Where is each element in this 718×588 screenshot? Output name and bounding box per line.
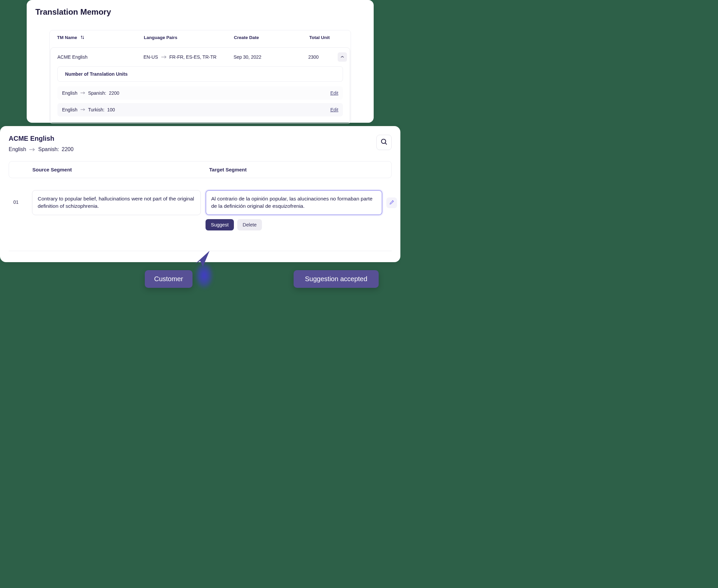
unit-src: English (62, 107, 77, 112)
col-source: Source Segment (33, 167, 209, 172)
editor-title: ACME English (9, 135, 392, 142)
edit-link[interactable]: Edit (330, 107, 338, 112)
source-segment: Contrary to popular belief, hallucinatio… (32, 190, 201, 215)
unit-row: English Turkish: 100 Edit (57, 103, 343, 117)
suggest-button[interactable]: Suggest (206, 219, 234, 230)
editor-tgt-lang: Spanish: (38, 146, 59, 152)
unit-val: 100 (107, 107, 115, 112)
arrow-right-icon (80, 108, 85, 111)
page-title: Translation Memory (35, 7, 366, 17)
editor-src-lang: English (9, 146, 26, 152)
chevron-up-icon (341, 55, 344, 59)
pencil-icon (389, 200, 395, 207)
segment-row: 01 Contrary to popular belief, hallucina… (9, 190, 392, 230)
editor-card: ACME English English Spanish: 2200 Sourc… (0, 126, 401, 262)
src-locale: EN-US (143, 55, 158, 60)
collapse-button[interactable] (337, 52, 347, 62)
col-name-label: TM Name (57, 35, 77, 40)
arrow-right-icon (29, 147, 35, 152)
tm-table: TM Name Language Pairs Create Date Total… (49, 30, 351, 124)
sort-icon (80, 35, 84, 40)
search-icon (381, 138, 388, 147)
edit-segment-button[interactable] (386, 197, 397, 208)
unit-tgt: Turkish: (88, 107, 104, 112)
tgt-locales: FR-FR, ES-ES, TR-TR (169, 55, 217, 60)
arrow-right-icon (80, 91, 85, 95)
col-name[interactable]: TM Name (57, 35, 144, 40)
search-button[interactable] (376, 135, 392, 150)
unit-val: 2200 (109, 90, 119, 96)
table-row: ACME English EN-US FR-FR, ES-ES, TR-TR S… (51, 48, 350, 66)
total-unit: 2300 (308, 55, 337, 60)
customer-badge: Customer (145, 270, 192, 288)
arrow-right-icon (161, 55, 167, 59)
segment-table-header: Source Segment Target Segment (9, 161, 392, 178)
delete-button[interactable]: Delete (237, 219, 262, 230)
col-target: Target Segment (209, 167, 391, 172)
edit-link[interactable]: Edit (330, 90, 338, 96)
col-total[interactable]: Total Unit (309, 35, 339, 40)
target-segment-input[interactable]: Al contrario de la opinión popular, las … (206, 190, 382, 215)
unit-src: English (62, 90, 77, 96)
divider (9, 251, 392, 251)
lang-pairs: EN-US FR-FR, ES-ES, TR-TR (143, 55, 233, 60)
unit-row: English Spanish: 2200 Edit (57, 86, 343, 100)
tm-name: ACME English (57, 55, 143, 60)
col-date[interactable]: Create Date (234, 35, 309, 40)
units-heading: Number of Translation Units (57, 66, 343, 82)
editor-count: 2200 (62, 146, 74, 152)
col-pairs[interactable]: Language Pairs (144, 35, 234, 40)
segment-index: 01 (9, 190, 32, 205)
tm-card: Translation Memory TM Name Language Pair… (27, 0, 374, 123)
tm-expanded-row: ACME English EN-US FR-FR, ES-ES, TR-TR S… (50, 47, 350, 123)
accepted-badge: Suggestion accepted (294, 270, 379, 288)
tm-table-header: TM Name Language Pairs Create Date Total… (50, 30, 351, 45)
svg-point-0 (381, 139, 386, 143)
create-date: Sep 30, 2022 (233, 55, 308, 60)
unit-tgt: Spanish: (88, 90, 106, 96)
editor-subtitle: English Spanish: 2200 (9, 146, 392, 152)
